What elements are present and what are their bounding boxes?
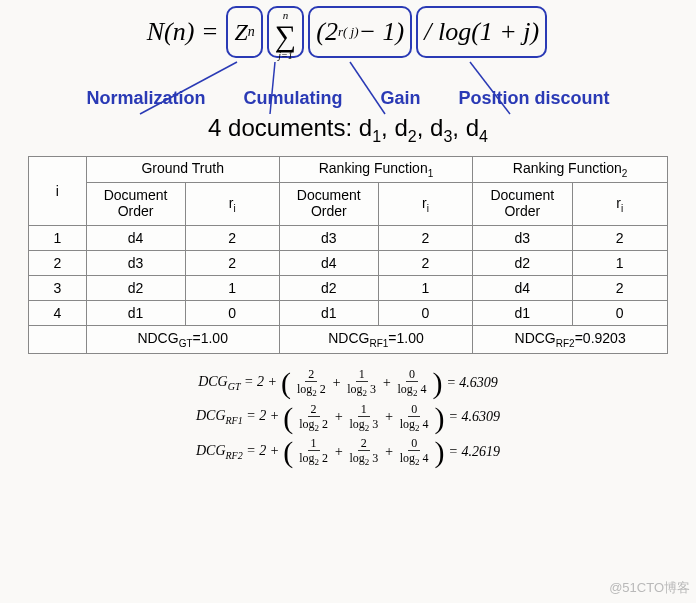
ndcg-table: i Ground Truth Ranking Function1 Ranking… xyxy=(28,156,668,354)
dcg-equation: DCGRF2 = 2 + (1log2 2 + 2log2 3 + 0log2 … xyxy=(0,437,696,467)
cumulating-term: n ∑ j=1 xyxy=(267,6,304,58)
position-discount-term: / log(1 + j) xyxy=(416,6,547,58)
gain-term: (2r( j) − 1) xyxy=(308,6,412,58)
label-gain: Gain xyxy=(381,88,421,109)
col-group-rf1: Ranking Function1 xyxy=(279,156,472,182)
table-row: 4d10d10d10 xyxy=(29,301,668,326)
documents-heading: 4 documents: d1, d2, d3, d4 xyxy=(0,114,696,146)
col-group-gt: Ground Truth xyxy=(86,156,279,182)
dcg-equation: DCGRF1 = 2 + (2log2 2 + 1log2 3 + 0log2 … xyxy=(0,403,696,433)
dcg-equations: DCGGT = 2 + (2log2 2 + 1log2 3 + 0log2 4… xyxy=(0,368,696,467)
formula-lhs: N(n) = xyxy=(147,17,225,47)
ndcg-summary-row: NDCGGT=1.00 NDCGRF1=1.00 NDCGRF2=0.9203 xyxy=(29,326,668,354)
label-normalization: Normalization xyxy=(86,88,205,109)
watermark: @51CTO博客 xyxy=(609,579,690,597)
table-row: 1d42d32d32 xyxy=(29,226,668,251)
table-row: 3d21d21d42 xyxy=(29,276,668,301)
normalization-term: Zn xyxy=(226,6,262,58)
table-row: 2d32d42d21 xyxy=(29,251,668,276)
sub-header-row: Document Order ri Document Order ri Docu… xyxy=(29,182,668,226)
formula-labels: Normalization Cumulating Gain Position d… xyxy=(0,88,696,109)
dcg-equation: DCGGT = 2 + (2log2 2 + 1log2 3 + 0log2 4… xyxy=(0,368,696,398)
ndcg-formula: N(n) = Zn n ∑ j=1 (2r( j) − 1) / log(1 +… xyxy=(0,0,696,96)
label-position-discount: Position discount xyxy=(459,88,610,109)
col-i: i xyxy=(29,156,87,226)
col-group-rf2: Ranking Function2 xyxy=(473,156,668,182)
label-cumulating: Cumulating xyxy=(244,88,343,109)
